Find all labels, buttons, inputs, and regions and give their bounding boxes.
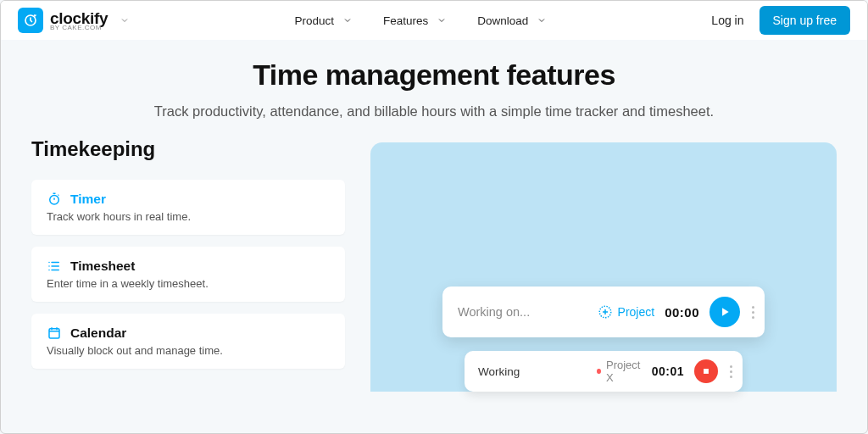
logo-icon — [18, 8, 43, 33]
project-dot-icon — [597, 369, 601, 374]
signup-button[interactable]: Sign up free — [760, 6, 851, 35]
feature-title: Timesheet — [70, 259, 135, 274]
feature-description: Visually block out and manage time. — [47, 344, 330, 357]
entry-placeholder[interactable]: Working on... — [458, 305, 551, 319]
auth-group: Log in Sign up free — [711, 6, 850, 35]
chevron-down-icon[interactable] — [120, 15, 130, 25]
timer-entry-new: Working on... Project 00:00 — [442, 287, 765, 337]
stop-icon — [702, 367, 710, 376]
play-button[interactable] — [709, 297, 740, 327]
login-link[interactable]: Log in — [711, 14, 743, 27]
brand-group[interactable]: clockify BY CAKE.COM — [18, 8, 130, 33]
timer-entry-running: Working Project X 00:01 — [465, 351, 743, 392]
feature-card-timer[interactable]: Timer Track work hours in real time. — [31, 180, 345, 235]
top-navigation: clockify BY CAKE.COM Product Features Do… — [1, 1, 867, 40]
preview-panel: Working on... Project 00:00 Working Proj… — [370, 142, 837, 392]
svg-rect-2 — [49, 329, 59, 338]
feature-description: Enter time in a weekly timesheet. — [47, 277, 330, 290]
brand-byline: BY CAKE.COM — [50, 25, 108, 31]
stop-button[interactable] — [694, 359, 718, 383]
svg-rect-4 — [704, 369, 709, 374]
hero-section: Time management features Track productiv… — [1, 40, 867, 131]
project-name: Project X — [606, 359, 642, 384]
chevron-down-icon — [342, 15, 353, 25]
nav-features[interactable]: Features — [383, 14, 447, 27]
content-area: Timekeeping Timer Track work hours in re… — [1, 131, 867, 392]
page-subtitle: Track productivity, attendance, and bill… — [35, 100, 833, 122]
calendar-icon — [47, 326, 62, 341]
timer-value: 00:00 — [665, 305, 699, 320]
entry-title[interactable]: Working — [478, 365, 554, 378]
plus-circle-icon — [598, 304, 613, 320]
stopwatch-icon — [47, 192, 62, 207]
brand-text: clockify BY CAKE.COM — [50, 10, 108, 31]
feature-card-timesheet[interactable]: Timesheet Enter time in a weekly timeshe… — [31, 247, 345, 302]
project-tag[interactable]: Project X — [597, 359, 641, 384]
nav-product[interactable]: Product — [294, 14, 353, 27]
chevron-down-icon — [537, 15, 547, 25]
feature-card-calendar[interactable]: Calendar Visually block out and manage t… — [31, 314, 345, 369]
page-title: Time management features — [35, 58, 833, 92]
feature-description: Track work hours in real time. — [47, 210, 330, 223]
more-menu[interactable] — [728, 365, 734, 378]
list-icon — [47, 259, 62, 274]
project-selector[interactable]: Project — [598, 304, 655, 320]
chevron-down-icon — [437, 15, 447, 25]
play-icon — [719, 306, 731, 318]
project-label: Project — [618, 305, 655, 319]
feature-title: Timer — [70, 192, 106, 207]
section-heading: Timekeeping — [31, 137, 345, 161]
feature-sidebar: Timekeeping Timer Track work hours in re… — [31, 137, 345, 392]
nav-download[interactable]: Download — [477, 14, 547, 27]
more-menu[interactable] — [750, 306, 756, 319]
timer-value: 00:01 — [652, 364, 684, 378]
main-nav: Product Features Download — [294, 14, 547, 27]
feature-title: Calendar — [70, 326, 126, 341]
